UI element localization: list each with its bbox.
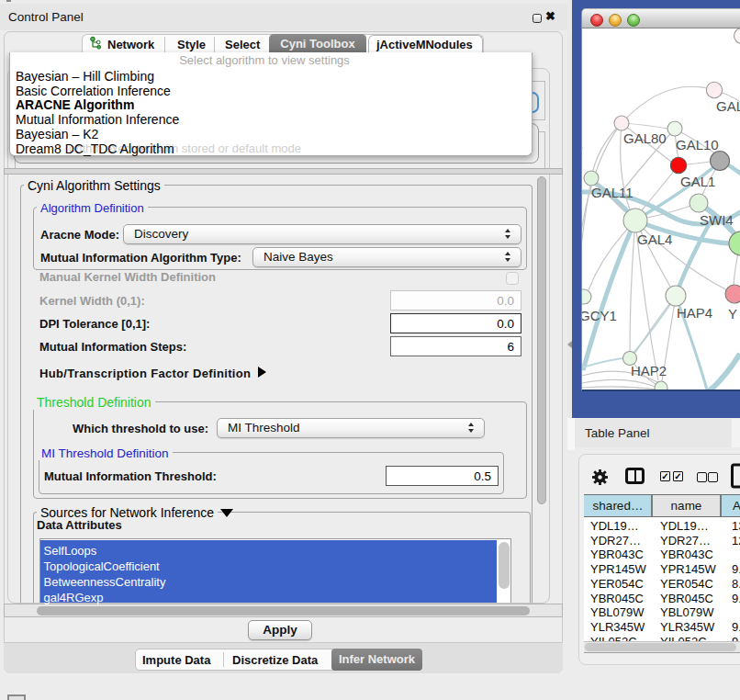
svg-text:HAP2: HAP2 (631, 363, 667, 378)
svg-text:SWI4: SWI4 (700, 212, 734, 228)
svg-text:GAL10: GAL10 (676, 137, 719, 152)
svg-text:GAL4: GAL4 (637, 231, 672, 247)
svg-text:GAL11: GAL11 (591, 185, 633, 200)
svg-text:GAL1: GAL1 (680, 174, 715, 189)
svg-text:HAP4: HAP4 (677, 305, 712, 321)
svg-text:Y: Y (728, 306, 737, 322)
svg-text:GAL80: GAL80 (623, 130, 667, 146)
svg-text:GCY1: GCY1 (582, 308, 617, 323)
svg-text:GAL2: GAL2 (716, 98, 740, 114)
